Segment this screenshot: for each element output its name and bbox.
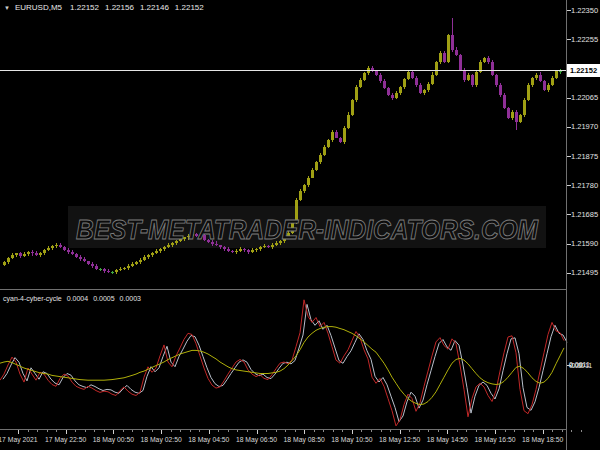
candle-body (39, 253, 42, 255)
candle-body (227, 249, 230, 251)
indicator-label-row: cyan-4-cyber-cycle 0.0004 0.0005 0.0003 (3, 294, 146, 303)
candle-body (223, 247, 226, 249)
candle-body (7, 258, 10, 262)
indicator-value-1: 0.0004 (67, 294, 88, 303)
candle-body (83, 259, 86, 261)
candle-body (491, 62, 494, 75)
candle-body (435, 62, 438, 74)
candle-body (31, 252, 34, 254)
indicator-line-cycle (0, 300, 564, 426)
candle-body (87, 261, 90, 263)
candle-body (455, 50, 458, 55)
candle-body (407, 72, 410, 79)
indicator-line-trigger (3, 304, 567, 421)
candle-body (399, 87, 402, 93)
price-tick-label: 1.21970 (571, 122, 600, 131)
candle-body (3, 262, 6, 264)
watermark-text: BEST-METATRADER-INDICATORS.COM (76, 215, 538, 245)
candle-body (59, 245, 62, 247)
candle-body (327, 140, 330, 147)
candle-body (487, 58, 490, 62)
indicator-name: cyan-4-cyber-cycle (3, 294, 62, 303)
candle-body (471, 75, 474, 85)
candle-body (127, 266, 130, 268)
candle-body (263, 246, 266, 248)
candle-body (403, 79, 406, 87)
candle-body (503, 95, 506, 108)
candle-body (535, 75, 538, 78)
candle-body (511, 112, 514, 118)
price-tick-label: 1.21685 (571, 210, 600, 219)
price-chart-canvas[interactable]: BEST-METATRADER-INDICATORS.COM (0, 0, 600, 290)
candle-body (119, 269, 122, 271)
candle-body (51, 246, 54, 248)
price-tick-label: 1.21875 (571, 152, 600, 161)
candle-body (163, 247, 166, 249)
candle-body (135, 262, 138, 264)
candle-body (543, 81, 546, 90)
indicator-tick-label: -0.0011 (569, 361, 600, 370)
candle-body (111, 272, 114, 273)
candle-body (499, 85, 502, 95)
candle-body (95, 266, 98, 268)
candle-body (355, 87, 358, 100)
candle-body (379, 75, 382, 81)
candle-body (547, 85, 550, 90)
candle-body (419, 85, 422, 93)
candle-body (339, 138, 342, 142)
candle-body (47, 248, 50, 250)
candle-body (235, 251, 238, 252)
candle-body (55, 245, 58, 246)
candle-body (71, 252, 74, 254)
quote-close: 1.22152 (175, 3, 204, 13)
quote-high: 1.22156 (105, 3, 134, 13)
candle-body (447, 35, 450, 62)
candle-body (335, 132, 338, 138)
candle-body (443, 53, 446, 62)
candle-body (67, 250, 70, 252)
candle-body (27, 252, 30, 254)
indicator-value-3: 0.0003 (120, 294, 141, 303)
candle-body (375, 71, 378, 74)
indicator-canvas[interactable] (0, 292, 600, 430)
candle-body (531, 78, 534, 85)
candle-body (311, 170, 314, 178)
candle-body (255, 249, 258, 251)
quote-open: 1.22152 (70, 3, 99, 13)
candle-body (159, 249, 162, 251)
candle-body (75, 254, 78, 256)
candle-body (63, 247, 66, 249)
candle-body (307, 178, 310, 185)
candle-body (43, 250, 46, 252)
price-tick-label: 1.22350 (571, 6, 600, 15)
candle-body (131, 264, 134, 266)
candle-body (243, 249, 246, 250)
candle-body (527, 85, 530, 100)
candle-body (35, 253, 38, 255)
current-price-tag: 1.22152 (567, 64, 600, 77)
candle-body (551, 78, 554, 85)
quote-low: 1.22146 (140, 3, 169, 13)
candle-body (99, 269, 102, 270)
candle-body (515, 112, 518, 122)
candle-body (103, 269, 106, 271)
candle-body (259, 247, 262, 249)
candle-body (539, 75, 542, 82)
candle-body (459, 55, 462, 70)
time-tick-label: 18 May 18:50 (511, 435, 575, 444)
indicator-value-2: 0.0005 (93, 294, 114, 303)
candle-body (347, 115, 350, 128)
chart-header: ▼ EURUSD,M5 1.22152 1.22156 1.22146 1.22… (4, 3, 210, 13)
candle-body (331, 132, 334, 140)
candle-body (523, 100, 526, 115)
candle-body (467, 75, 470, 80)
one-click-trading-icon[interactable]: ▼ (4, 3, 10, 13)
price-tick-label: 1.22065 (571, 93, 600, 102)
candle-body (251, 250, 254, 251)
candle-body (231, 251, 234, 252)
price-tick-label: 1.22255 (571, 35, 600, 44)
candle-body (147, 255, 150, 257)
price-tick-label: 1.21590 (571, 239, 600, 248)
candle-body (439, 53, 442, 62)
candle-body (463, 70, 466, 80)
